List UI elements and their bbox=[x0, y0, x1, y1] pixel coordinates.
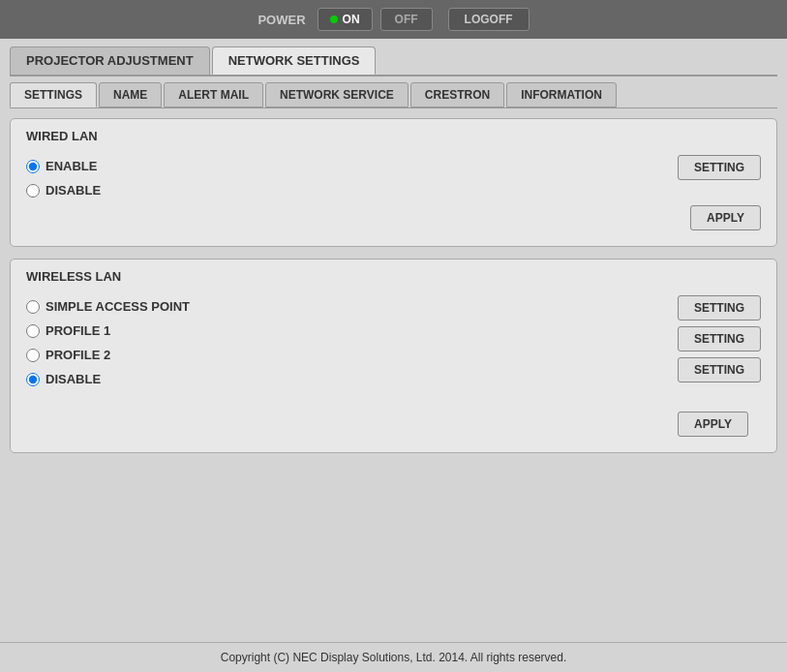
wired-enable-label: ENABLE bbox=[45, 159, 97, 173]
tab-settings[interactable]: SETTINGS bbox=[10, 82, 97, 107]
wireless-setting-button-2[interactable]: SETTING bbox=[678, 326, 761, 351]
simple-access-point-radio[interactable] bbox=[26, 300, 40, 314]
tab-network-service[interactable]: NETWORK SERVICE bbox=[265, 82, 409, 107]
wireless-setting-button-1[interactable]: SETTING bbox=[678, 295, 761, 321]
wired-disable-option[interactable]: DISABLE bbox=[26, 183, 101, 198]
wireless-disable-option[interactable]: DISABLE bbox=[26, 372, 190, 386]
wired-lan-title: WIRED LAN bbox=[26, 129, 761, 143]
page-content: WIRED LAN ENABLE DISABLE SETTING APP bbox=[0, 108, 787, 474]
wired-disable-label: DISABLE bbox=[45, 183, 101, 198]
logoff-label: LOGOFF bbox=[465, 13, 513, 26]
profile1-option[interactable]: PROFILE 1 bbox=[26, 323, 190, 338]
wireless-lan-options: SIMPLE ACCESS POINT PROFILE 1 PROFILE 2 … bbox=[26, 295, 190, 386]
power-off-label: OFF bbox=[395, 13, 418, 26]
wired-enable-radio[interactable] bbox=[26, 160, 40, 173]
wireless-lan-section: WIRELESS LAN SIMPLE ACCESS POINT PROFILE… bbox=[10, 259, 777, 453]
wireless-lan-controls: SETTING SETTING SETTING APPLY bbox=[678, 295, 761, 437]
simple-access-point-label: SIMPLE ACCESS POINT bbox=[45, 299, 190, 314]
power-off-button[interactable]: OFF bbox=[380, 8, 433, 31]
wireless-setting-button-3[interactable]: SETTING bbox=[678, 357, 761, 382]
logoff-button[interactable]: LOGOFF bbox=[448, 8, 530, 31]
power-label: POWER bbox=[257, 13, 305, 27]
wireless-disable-label: DISABLE bbox=[45, 372, 101, 386]
power-on-label: ON bbox=[343, 13, 360, 26]
top-bar: POWER ON OFF LOGOFF bbox=[0, 0, 787, 39]
sub-tabs: SETTINGS NAME ALERT MAIL NETWORK SERVICE… bbox=[0, 76, 787, 107]
tab-network-settings[interactable]: NETWORK SETTINGS bbox=[212, 46, 377, 75]
wireless-apply-button[interactable]: APPLY bbox=[678, 412, 748, 437]
wired-setting-button[interactable]: SETTING bbox=[678, 155, 761, 180]
simple-access-point-option[interactable]: SIMPLE ACCESS POINT bbox=[26, 299, 190, 314]
footer-text: Copyright (C) NEC Display Solutions, Ltd… bbox=[221, 651, 567, 664]
tab-name[interactable]: NAME bbox=[99, 82, 162, 107]
wired-lan-inner: ENABLE DISABLE SETTING APPLY bbox=[26, 155, 761, 230]
profile1-radio[interactable] bbox=[26, 324, 40, 338]
power-on-button[interactable]: ON bbox=[318, 8, 373, 31]
tab-information[interactable]: INFORMATION bbox=[506, 82, 617, 107]
footer: Copyright (C) NEC Display Solutions, Ltd… bbox=[0, 642, 787, 672]
wired-enable-option[interactable]: ENABLE bbox=[26, 159, 101, 173]
wireless-lan-inner: SIMPLE ACCESS POINT PROFILE 1 PROFILE 2 … bbox=[26, 295, 761, 437]
top-tabs: PROJECTOR ADJUSTMENT NETWORK SETTINGS bbox=[0, 39, 787, 75]
profile2-option[interactable]: PROFILE 2 bbox=[26, 348, 190, 362]
tab-projector-adjustment[interactable]: PROJECTOR ADJUSTMENT bbox=[10, 46, 210, 75]
tab-alert-mail[interactable]: ALERT MAIL bbox=[164, 82, 263, 107]
wired-apply-button[interactable]: APPLY bbox=[690, 205, 761, 230]
profile2-radio[interactable] bbox=[26, 349, 40, 362]
wireless-lan-title: WIRELESS LAN bbox=[26, 269, 761, 284]
tab-crestron[interactable]: CRESTRON bbox=[410, 82, 504, 107]
wireless-disable-radio[interactable] bbox=[26, 373, 40, 386]
wired-lan-section: WIRED LAN ENABLE DISABLE SETTING APP bbox=[10, 118, 777, 247]
wired-lan-controls: SETTING APPLY bbox=[678, 155, 761, 230]
wired-disable-radio[interactable] bbox=[26, 184, 40, 198]
power-on-indicator bbox=[330, 15, 338, 23]
profile2-label: PROFILE 2 bbox=[45, 348, 110, 362]
profile1-label: PROFILE 1 bbox=[45, 323, 110, 338]
wired-lan-options: ENABLE DISABLE bbox=[26, 155, 101, 198]
